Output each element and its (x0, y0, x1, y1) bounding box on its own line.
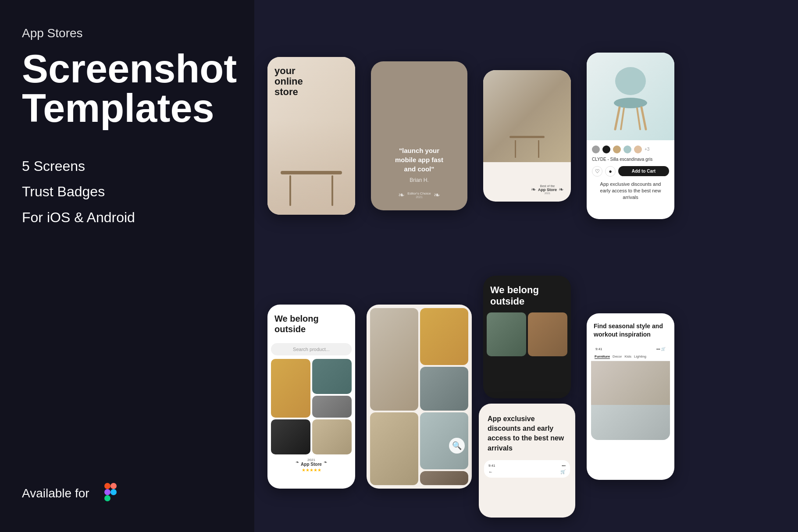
badge-laurel: ❧ Best of the App Store 2021 ❧ (531, 184, 564, 195)
right-panel: youronlinestore "launch yourmobile app f… (254, 0, 798, 532)
title-line2: Templates (22, 86, 214, 130)
mini-time: 9:41 (488, 464, 495, 468)
grid-cell-gray (312, 396, 352, 418)
wishlist-icon[interactable]: ♡ (592, 166, 602, 177)
search-grid-cell-2 (420, 308, 468, 365)
mini-back-icon: ← (488, 469, 493, 474)
dark-img-2 (528, 312, 567, 356)
mockup-testimonial: "launch yourmobile app fastand cool" Bri… (371, 61, 467, 210)
swatch-wood (613, 145, 621, 153)
category-furniture[interactable]: Furniture (595, 355, 610, 359)
editors-choice-label: Editor's Choice (407, 192, 431, 195)
testimonial-author: Brian H. (410, 177, 428, 183)
search-bar[interactable]: Search product... (271, 343, 352, 355)
badge-year: 2021 (407, 195, 431, 199)
chair-svg (604, 61, 657, 131)
main-title: Screenshot Templates (22, 49, 232, 128)
col3-stack: We belong outside App exclusive discount… (479, 276, 575, 518)
laurel-left-2-icon: ❧ (531, 186, 536, 193)
category-label: App Stores (22, 26, 232, 40)
online-store-text: youronlinestore (274, 66, 303, 98)
svg-line-7 (615, 107, 620, 129)
product-actions: ♡ ● Add to Cart (592, 166, 669, 177)
product-grid (267, 359, 355, 454)
swatch-gray (592, 145, 600, 153)
category-decor[interactable]: Decor (613, 355, 622, 359)
mockup-we-belong-outside: We belong outside Search product... ❧ 20… (267, 305, 355, 489)
badge-center-text: Editor's Choice 2021 (407, 192, 431, 199)
svg-point-4 (110, 489, 117, 495)
svg-rect-2 (104, 489, 110, 495)
search-grid-cell-3 (420, 367, 468, 411)
product-name: CLYDE - Silla escandinava gris (592, 157, 669, 162)
add-to-cart-button[interactable]: Add to Cart (618, 166, 669, 176)
mini-cart-icon: 🛒 (560, 469, 566, 474)
seasonal-product-img-2 (591, 405, 670, 440)
svg-rect-1 (110, 483, 117, 489)
search-overlay-button[interactable]: 🔍 (449, 438, 465, 454)
footer-laurel-left-icon: ❧ (296, 460, 299, 465)
laurel-right-2-icon: ❧ (559, 186, 564, 193)
search-grid-cell-6 (420, 471, 468, 485)
testimonial-quote: "launch yourmobile app fastand cool" (395, 146, 443, 174)
svg-rect-3 (104, 495, 110, 501)
star-rating: ★★★★★ (302, 468, 321, 472)
mini-signal-icon: ▪▪▪ (562, 464, 566, 468)
seasonal-icons: ▪▪▪ 🛒 (656, 347, 666, 351)
badge-text-center: Best of the App Store 2021 (538, 184, 557, 195)
grid-cell-teal (312, 359, 352, 394)
table-leg-left (289, 175, 291, 206)
laurel-decoration: ❧ Editor's Choice 2021 ❧ (398, 190, 440, 200)
svg-line-8 (641, 107, 646, 129)
best-of-text: Best of the (538, 184, 557, 188)
table-leg-2-right (538, 140, 539, 158)
table-leg-right (331, 175, 333, 206)
mini-nav-bar: ← 🛒 (488, 469, 566, 474)
color-swatches: +3 (592, 145, 669, 153)
feature-1: 5 Screens (22, 154, 232, 178)
dark-img-1 (487, 312, 526, 356)
footer-year: 2021 (301, 458, 322, 462)
mockup-3-image (483, 70, 571, 162)
table-top (281, 171, 342, 174)
badge-year-2: 2021 (538, 192, 557, 195)
figma-logo-icon (98, 481, 123, 506)
footer-badge-text: 2021 App Store (301, 458, 322, 467)
app-store-footer-badge: ❧ 2021 App Store ❧ ★★★★★ (267, 454, 355, 476)
exclusive-discount-text: App exclusive discounts and early access… (592, 181, 669, 201)
search-grid-cell-1 (370, 308, 418, 411)
grid-cell-yellow (271, 359, 310, 418)
mockup-app-store-badge: ❧ Best of the App Store 2021 ❧ (483, 70, 571, 202)
category-lighting[interactable]: Lighting (634, 355, 646, 359)
features-list: 5 Screens Trust Badges For iOS & Android (22, 154, 232, 229)
product-details-content: +3 CLYDE - Silla escandinava gris ♡ ● Ad… (587, 140, 674, 206)
seasonal-product-img-1 (591, 361, 670, 405)
table-decoration (281, 171, 342, 206)
grid-cell-dark (271, 419, 310, 454)
available-for-label: Available for (22, 486, 89, 500)
svg-line-10 (637, 108, 640, 129)
seasonal-status-bar: 9:41 ▪▪▪ 🛒 (591, 344, 670, 353)
app-exclusive-text: App exclusive discounts and early access… (479, 404, 575, 461)
seasonal-mini-phone: 9:41 ▪▪▪ 🛒 Furniture Decor Kids Lighting (591, 344, 670, 440)
category-kids[interactable]: Kids (624, 355, 631, 359)
mockup-app-exclusive-dark: App exclusive discounts and early access… (479, 404, 575, 518)
feature-3: For iOS & Android (22, 206, 232, 229)
swatch-teal (623, 145, 631, 153)
seasonal-style-heading: Find seasonal style and workout inspirat… (587, 313, 674, 344)
table-leg-2-left (515, 140, 516, 158)
we-belong-outside-heading: We belong outside (267, 305, 355, 340)
left-top: App Stores Screenshot Templates 5 Screen… (22, 26, 232, 231)
we-belong-dark-heading: We belong outside (483, 276, 571, 313)
share-icon[interactable]: ● (605, 166, 616, 177)
left-panel: App Stores Screenshot Templates 5 Screen… (0, 0, 254, 532)
laurel-left-icon: ❧ (398, 190, 405, 200)
mini-status-bar: 9:41 ▪▪▪ (488, 464, 566, 468)
swatch-beige (634, 145, 642, 153)
swatch-black (602, 145, 610, 153)
app-store-label: App Store (538, 188, 557, 192)
grid-cell-beige (312, 419, 352, 454)
mockup-we-belong-dark: We belong outside (483, 276, 571, 398)
table-top-2 (509, 136, 545, 138)
svg-point-5 (615, 67, 646, 95)
